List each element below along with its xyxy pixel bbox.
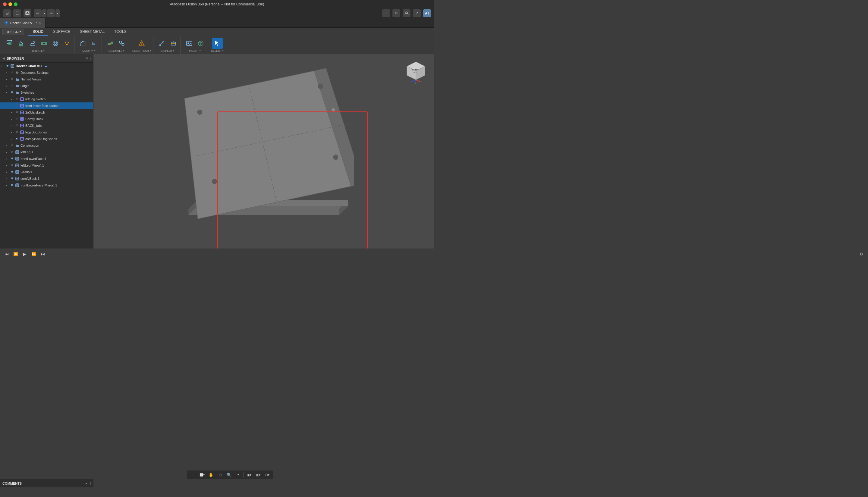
select-label[interactable]: SELECT ▾ [211,49,224,53]
redo-button[interactable]: ↪ [47,9,55,17]
tree-eye-1[interactable] [10,70,14,75]
browser-item-6[interactable]: ▸front lower face sketch [0,102,93,109]
insert-image-button[interactable] [184,38,195,49]
tree-arrow-3[interactable]: ▸ [6,85,10,87]
undo-dropdown[interactable]: ▾ [42,9,46,17]
tree-arrow-14[interactable]: ▸ [6,158,10,160]
browser-item-12[interactable]: ▸Construction [0,142,93,149]
tree-eye-6[interactable] [15,104,19,108]
browser-item-4[interactable]: ▾Sketches [0,89,93,96]
close-button[interactable] [3,2,6,6]
browser-item-1[interactable]: ▸Document Settings [0,69,93,76]
file-tab-rocket-chair[interactable]: F Rocket Chair v11* × [0,18,45,28]
insert-mcmaster-button[interactable] [195,38,206,49]
tree-eye-5[interactable] [15,97,19,101]
tree-arrow-4[interactable]: ▾ [6,91,10,94]
thread-button[interactable] [50,38,61,49]
browser-item-5[interactable]: ▸left leg sketch [0,96,93,102]
sync-button[interactable]: ⟳ [392,9,400,17]
minimize-button[interactable] [9,2,12,6]
browser-item-14[interactable]: ▸frontLowerFace:1 [0,155,93,162]
new-tab-button[interactable]: + [382,9,390,17]
viewport[interactable]: FRONT BOT Z X [94,54,434,248]
tree-arrow-13[interactable]: ▸ [6,151,10,154]
browser-item-2[interactable]: ▸Named Views [0,76,93,83]
tree-arrow-17[interactable]: ▸ [6,178,10,180]
tree-eye-7[interactable] [15,110,19,114]
tree-arrow-12[interactable]: ▸ [6,144,10,147]
tree-arrow-6[interactable]: ▸ [11,104,14,107]
browser-item-17[interactable]: ▸comfyBack:1 [0,175,93,182]
fillet-button[interactable] [78,38,88,49]
maximize-button[interactable] [14,2,17,6]
new-component-button[interactable] [4,38,15,49]
tree-arrow-2[interactable]: ▸ [6,78,10,81]
browser-item-3[interactable]: ▸Origin [0,83,93,89]
menu-button[interactable]: ☰ [13,9,21,17]
select-button[interactable] [212,38,223,49]
hole-button[interactable] [39,38,50,49]
tree-eye-9[interactable] [15,124,19,128]
browser-item-7[interactable]: ▸2a3da sketch [0,109,93,116]
tab-tools[interactable]: TOOLS [109,28,131,36]
motion-link-button[interactable] [116,38,127,49]
browser-pin[interactable]: | [90,57,91,60]
browser-item-15[interactable]: ▸leftLeg(Mirror):1 [0,162,93,169]
tree-eye-2[interactable] [10,77,14,81]
measure-button[interactable] [156,38,167,49]
construct-button[interactable] [136,38,147,49]
tree-arrow-1[interactable]: ▸ [6,71,10,74]
tree-eye-18[interactable] [10,183,14,187]
user-button[interactable] [403,9,410,17]
tree-arrow-9[interactable]: ▸ [11,124,14,127]
browser-item-9[interactable]: ▸BACK_tabs [0,122,93,129]
nav-cube[interactable]: FRONT BOT Z X [404,60,428,84]
tree-eye-8[interactable] [15,117,19,121]
tree-arrow-7[interactable]: ▸ [11,111,14,114]
tree-eye-10[interactable] [15,130,19,134]
window-controls[interactable] [3,2,17,6]
tree-arrow-0[interactable]: ▾ [1,65,5,68]
inspect-label[interactable]: INSPECT ▾ [160,49,174,53]
browser-item-8[interactable]: ▸Comfy Back [0,116,93,122]
tree-eye-11[interactable] [15,137,19,141]
tab-sheet-metal[interactable]: SHEET METAL [75,28,109,36]
tree-arrow-15[interactable]: ▸ [6,164,10,167]
file-tab-close[interactable]: × [39,21,41,25]
tree-eye-0[interactable] [5,64,10,68]
help-button[interactable]: ? [413,9,421,17]
section-button[interactable] [168,38,179,49]
tree-eye-3[interactable] [10,84,14,88]
browser-item-16[interactable]: ▸2a3da:1 [0,169,93,175]
tree-arrow-18[interactable]: ▸ [6,184,10,187]
tree-eye-12[interactable] [10,143,14,147]
tree-eye-4[interactable] [10,90,14,95]
undo-button[interactable]: ↩ [34,9,42,17]
joint-button[interactable] [105,38,116,49]
browser-settings[interactable]: ⚙ [85,57,88,60]
browser-item-10[interactable]: ▸legsDogBones [0,129,93,136]
modify-label[interactable]: MODIFY ▾ [83,49,95,53]
mirror-button[interactable] [61,38,72,49]
tree-arrow-16[interactable]: ▸ [6,171,10,173]
design-dropdown[interactable]: DESIGN ▾ [2,29,24,35]
tree-eye-14[interactable] [10,157,14,161]
tree-arrow-8[interactable]: ▸ [11,118,14,120]
tree-eye-16[interactable] [10,170,14,174]
tree-arrow-5[interactable]: ▸ [11,98,14,101]
save-button[interactable] [24,9,31,17]
browser-collapse[interactable]: ◀ [2,57,5,60]
browser-item-0[interactable]: ▾Rocket Chair v11☁ [0,63,93,69]
browser-item-13[interactable]: ▸leftLeg:1 [0,149,93,155]
insert-label[interactable]: INSERT ▾ [189,49,201,53]
tree-arrow-10[interactable]: ▸ [11,131,14,134]
assemble-label[interactable]: ASSEMBLE ▾ [108,49,125,53]
app-grid-button[interactable]: ⊞ [3,9,11,17]
redo-dropdown[interactable]: ▾ [55,9,60,17]
tree-eye-17[interactable] [10,176,14,181]
tree-eye-15[interactable] [10,163,14,168]
fx-button[interactable]: fx [89,38,100,49]
create-label[interactable]: CREATE ▾ [32,49,45,53]
extrude-button[interactable] [16,38,27,49]
browser-item-11[interactable]: ▸comfyBackDogBones [0,136,93,142]
